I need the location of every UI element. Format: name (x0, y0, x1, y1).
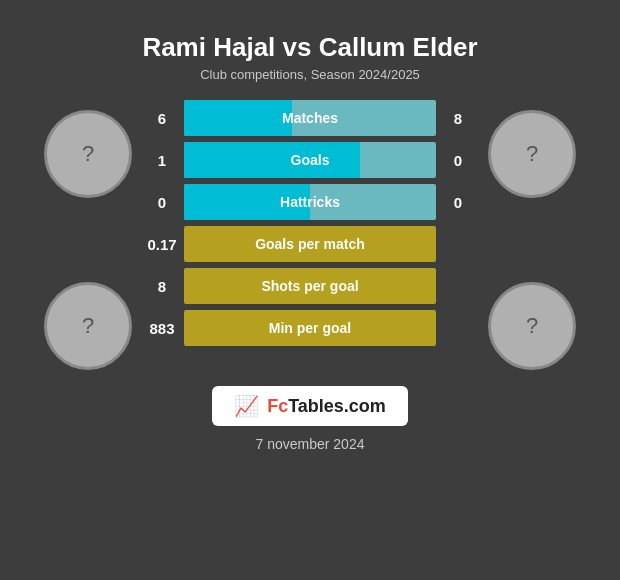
player2-avatar-bottom: ? (488, 282, 576, 370)
page-title: Rami Hajal vs Callum Elder (10, 20, 610, 67)
stat-bar-3: Goals per match (184, 226, 436, 262)
stat-row-1: 1Goals0 (140, 142, 480, 178)
stats-column: 6Matches81Goals00Hattricks00.17Goals per… (140, 100, 480, 346)
stat-row-4: 8Shots per goal (140, 268, 480, 304)
page: Rami Hajal vs Callum Elder Club competit… (0, 0, 620, 580)
stat-label-1: Goals (184, 152, 436, 168)
stat-label-4: Shots per goal (184, 278, 436, 294)
left-avatars: ? ? (44, 100, 132, 370)
avatar2b-icon: ? (526, 313, 538, 339)
player1-avatar-bottom: ? (44, 282, 132, 370)
player1-avatar-top: ? (44, 110, 132, 198)
stat-left-val-4: 8 (140, 278, 184, 295)
stat-bar-5: Min per goal (184, 310, 436, 346)
player2-avatar-top: ? (488, 110, 576, 198)
stat-left-val-0: 6 (140, 110, 184, 127)
avatar1-icon: ? (82, 141, 94, 167)
stat-row-3: 0.17Goals per match (140, 226, 480, 262)
stat-right-val-0: 8 (436, 110, 480, 127)
stat-bar-4: Shots per goal (184, 268, 436, 304)
stat-label-5: Min per goal (184, 320, 436, 336)
avatar2-icon: ? (526, 141, 538, 167)
stat-right-val-1: 0 (436, 152, 480, 169)
stat-left-val-5: 883 (140, 320, 184, 337)
comparison-area: ? ? 6Matches81Goals00Hattricks00.17Goals… (10, 100, 610, 370)
stat-bar-2: Hattricks (184, 184, 436, 220)
stat-left-val-3: 0.17 (140, 236, 184, 253)
logo-area: 📈 FcTables.com (212, 386, 408, 426)
stat-row-2: 0Hattricks0 (140, 184, 480, 220)
stat-row-5: 883Min per goal (140, 310, 480, 346)
stat-left-val-2: 0 (140, 194, 184, 211)
right-avatars: ? ? (488, 100, 576, 370)
stat-bar-0: Matches (184, 100, 436, 136)
logo-text: FcTables.com (267, 396, 386, 417)
stat-bar-1: Goals (184, 142, 436, 178)
logo-icon: 📈 (234, 394, 259, 418)
stat-row-0: 6Matches8 (140, 100, 480, 136)
stat-label-2: Hattricks (184, 194, 436, 210)
page-subtitle: Club competitions, Season 2024/2025 (200, 67, 420, 82)
stat-label-0: Matches (184, 110, 436, 126)
stat-left-val-1: 1 (140, 152, 184, 169)
stat-label-3: Goals per match (184, 236, 436, 252)
stat-right-val-2: 0 (436, 194, 480, 211)
avatar1b-icon: ? (82, 313, 94, 339)
date-text: 7 november 2024 (256, 436, 365, 452)
